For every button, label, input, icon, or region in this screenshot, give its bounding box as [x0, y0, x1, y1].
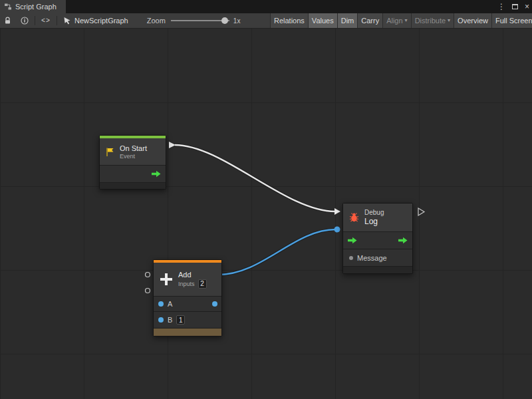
port-b-value-field[interactable]: 1 [176, 315, 185, 325]
wire-value-add-to-message [218, 229, 336, 275]
port-row-b: B 1 [154, 311, 221, 328]
input-port-b[interactable] [158, 317, 164, 323]
button-label: Full Screen [495, 13, 532, 28]
plus-icon [159, 272, 174, 287]
dim-button[interactable]: Dim [338, 13, 358, 28]
port-label: B [168, 316, 172, 324]
button-label: Align [386, 13, 402, 28]
message-input-port[interactable] [349, 256, 353, 260]
button-label: Values [312, 13, 334, 28]
carry-button[interactable]: Carry [358, 13, 383, 28]
values-button[interactable]: Values [309, 13, 338, 28]
code-view-icon[interactable]: <> [41, 17, 51, 25]
overview-button[interactable]: Overview [454, 13, 492, 28]
distribute-dropdown[interactable]: Distribute ▾ [412, 13, 454, 28]
port-label: A [168, 300, 172, 308]
node-add[interactable]: Add Inputs 2 A B 1 [153, 259, 222, 336]
graph-toolbar: <> NewScriptGraph Zoom 1x Relations Valu… [0, 13, 532, 29]
graph-asset-button[interactable]: NewScriptGraph [63, 17, 128, 25]
graph-canvas[interactable]: On Start Event [0, 29, 532, 399]
align-dropdown[interactable]: Align ▾ [383, 13, 411, 28]
tab-title: Script Graph [15, 3, 57, 11]
chevron-down-icon: ▾ [448, 13, 450, 28]
script-graph-window: Script Graph ⋮ × <> [0, 0, 532, 399]
wire-value-end-dot [334, 227, 340, 233]
titlebar: Script Graph ⋮ × [0, 0, 532, 13]
node-header[interactable]: Add Inputs 2 [154, 263, 221, 296]
chevron-down-icon: ▾ [405, 13, 408, 28]
graph-window-icon [4, 3, 12, 11]
button-label: Relations [274, 13, 305, 28]
full-screen-button[interactable]: Full Screen [492, 13, 532, 28]
window-controls: ⋮ × [497, 0, 529, 13]
connections-layer [0, 29, 532, 399]
node-title: Add [178, 271, 207, 279]
node-title: On Start [120, 144, 147, 152]
graph-asset-name: NewScriptGraph [74, 17, 128, 25]
button-label: Carry [361, 13, 379, 28]
unconnected-input-b-circle[interactable] [146, 289, 150, 293]
button-label: Distribute [415, 13, 446, 28]
script-graph-asset-icon [63, 17, 71, 25]
wire-flow-end-arrow [334, 208, 340, 215]
wire-flow-start-arrow [169, 142, 176, 148]
toolbar-buttons: Relations Values Dim Carry Align ▾ Distr… [270, 13, 532, 28]
node-header[interactable]: On Start Event [100, 138, 166, 165]
flag-icon [105, 147, 115, 157]
unconnected-input-a-circle[interactable] [146, 273, 150, 277]
wire-flow-onstart-to-log [175, 145, 335, 211]
button-label: Overview [458, 13, 488, 28]
node-footer [154, 328, 221, 336]
result-output-port[interactable] [212, 301, 217, 307]
port-label: Message [357, 254, 387, 262]
node-title: Log [364, 217, 384, 226]
message-port-row: Message [343, 249, 412, 266]
node-footer [100, 182, 166, 189]
zoom-slider-track [171, 20, 229, 21]
zoom-label: Zoom [147, 17, 166, 25]
flow-output-port[interactable] [152, 170, 161, 178]
toolbar-separator [57, 16, 57, 25]
lock-icon[interactable] [4, 17, 11, 25]
node-debug-log[interactable]: Debug Log Message [342, 203, 413, 274]
zoom-slider-handle[interactable] [221, 17, 228, 24]
input-port-a[interactable] [158, 301, 164, 307]
flow-output-row [100, 165, 166, 182]
inputs-count-field[interactable]: 2 [198, 279, 207, 289]
info-icon[interactable] [21, 17, 29, 25]
flow-output-port[interactable] [398, 235, 408, 247]
button-label: Dim [341, 13, 354, 28]
zoom-value: 1x [233, 17, 241, 25]
unconnected-flow-output-triangle[interactable] [418, 208, 424, 215]
node-subtitle: Event [120, 153, 147, 160]
tab-script-graph[interactable]: Script Graph [0, 0, 66, 13]
node-footer [343, 266, 412, 273]
flow-input-port[interactable] [348, 235, 357, 247]
toolbar-separator [35, 16, 35, 25]
node-surtitle: Debug [364, 209, 384, 216]
kebab-menu-icon[interactable]: ⋮ [497, 0, 505, 13]
node-on-start[interactable]: On Start Event [99, 135, 166, 190]
close-icon[interactable]: × [525, 0, 529, 13]
relations-button[interactable]: Relations [270, 13, 309, 28]
zoom-slider[interactable] [171, 16, 229, 25]
inputs-label: Inputs [178, 281, 195, 287]
port-row-a: A [154, 296, 221, 311]
bug-icon [348, 212, 360, 223]
node-header[interactable]: Debug Log [343, 203, 412, 231]
flow-ports-row [343, 231, 412, 249]
maximize-icon[interactable] [512, 0, 518, 13]
